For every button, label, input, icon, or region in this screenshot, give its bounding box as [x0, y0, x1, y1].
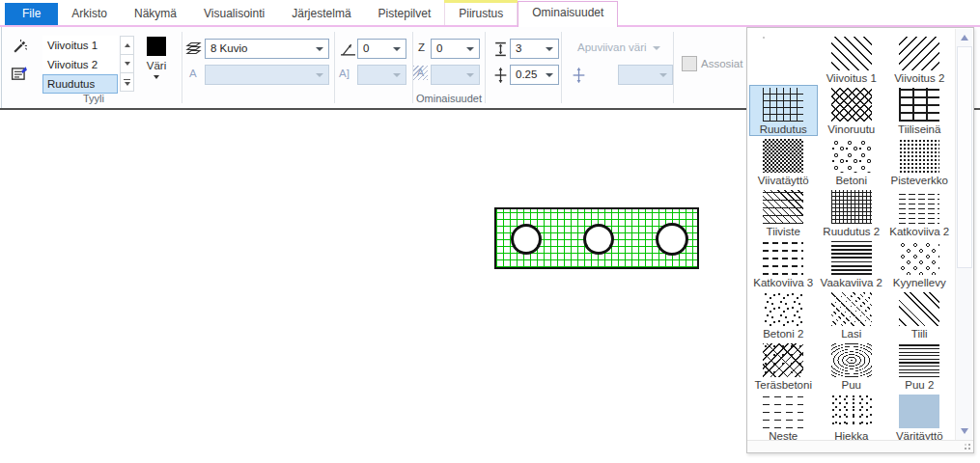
drawing-hole[interactable] [656, 223, 688, 256]
hatched-a-icon: A [413, 66, 428, 80]
tab-jarjestelma[interactable]: Järjestelmä [278, 3, 364, 25]
pattern-item-label: Betoni 2 [763, 328, 803, 340]
a-label: A [189, 68, 197, 79]
pattern-grid: Viivoitus 1Viivoitus 2RuudutusVinoruutuT… [749, 34, 954, 443]
tab-visualisointi[interactable]: Visualisointi [190, 3, 278, 25]
scroll-down-icon [961, 428, 968, 434]
tab-piirustus[interactable]: Piirustus [444, 3, 518, 25]
pattern-item-label: Tiili [911, 328, 928, 340]
pattern-item-label: Lasi [841, 328, 861, 340]
diag2-pattern-swatch-icon [899, 37, 939, 70]
pattern-item-neste[interactable]: Neste [749, 392, 818, 443]
pattern-item-blank[interactable] [749, 34, 818, 85]
scrollbar-up-button[interactable] [956, 30, 972, 45]
baseline-spacing-icon-disabled [568, 65, 589, 86]
color-swatch [147, 37, 166, 56]
vertical-spacing-icon [490, 39, 511, 60]
pattern-item-tiiliseina[interactable]: Tiiliseinä [885, 85, 954, 136]
spacing-combo[interactable]: 3 [510, 39, 559, 59]
pattern-item-label: Viivoitus 2 [894, 72, 944, 84]
pattern-item-tiili[interactable]: Tiili [885, 289, 954, 340]
a-combo-disabled [205, 65, 329, 85]
pattern-item-betoni-2[interactable]: Betoni 2 [749, 289, 818, 340]
pattern-item-vaakaviiva-2[interactable]: Vaakaviiva 2 [818, 238, 886, 289]
magic-wand-button[interactable] [9, 36, 30, 57]
pattern-item-label: Teräsbetoni [755, 379, 812, 391]
line-width-combo[interactable]: 0.25 [510, 65, 559, 85]
associative-checkbox[interactable] [682, 56, 697, 71]
style-list: Viivoitus 1Viivoitus 2Ruudutus [42, 36, 118, 94]
pattern-item-katkoviiva-2[interactable]: Katkoviiva 2 [885, 187, 954, 238]
z-combo-value: 0 [436, 42, 442, 54]
tab-pistepilvet[interactable]: Pistepilvet [365, 3, 445, 25]
style-item-viivoitus-2[interactable]: Viivoitus 2 [42, 55, 118, 74]
style-item-viivoitus-1[interactable]: Viivoitus 1 [42, 36, 118, 55]
drawing-hole[interactable] [583, 224, 614, 255]
style-scroll-up-button[interactable] [120, 36, 134, 55]
tab-bar: FileArkistoNäkymäVisualisointiJärjestelm… [0, 0, 980, 27]
pattern-item-varitaytto[interactable]: Väritäyttö [885, 392, 954, 443]
wood2-pattern-swatch-icon [899, 343, 939, 377]
style-item-ruudutus[interactable]: Ruudutus [42, 74, 118, 94]
style-gallery-more-button[interactable] [120, 73, 134, 92]
pattern-item-tiiviste[interactable]: Tiiviste [749, 187, 818, 238]
style-scroll-down-button[interactable] [120, 55, 134, 73]
pattern-item-pisteverkko[interactable]: Pisteverkko [885, 136, 954, 187]
teardrop-pattern-swatch-icon [899, 241, 939, 275]
pattern-item-katkoviiva-3[interactable]: Katkoviiva 3 [749, 238, 818, 289]
pattern-item-label: Viivoitus 1 [826, 72, 877, 84]
associative-checkbox-label: Assosiat [701, 58, 742, 69]
scrollbar-down-button[interactable] [956, 423, 972, 439]
drawing-hole[interactable] [511, 224, 542, 255]
dash2-pattern-swatch-icon [899, 190, 939, 224]
hatch-pattern-panel: Viivoitus 1Viivoitus 2RuudutusVinoruutuT… [746, 27, 974, 453]
pattern-item-viivoitus-2[interactable]: Viivoitus 2 [885, 34, 954, 85]
drawing-hatched-plate[interactable] [494, 207, 699, 269]
resize-grip[interactable] [968, 448, 970, 449]
pattern-item-label: Vinoruutu [827, 123, 875, 135]
tab-nakyma[interactable]: Näkymä [121, 3, 190, 25]
z-combo[interactable]: 0 [431, 39, 480, 59]
pattern-item-lasi[interactable]: Lasi [818, 289, 886, 340]
tab-arkisto[interactable]: Arkisto [58, 3, 121, 25]
pattern-item-label: Katkoviiva 3 [753, 277, 813, 288]
pattern-item-hiekka[interactable]: Hiekka [818, 392, 886, 443]
pattern-combo[interactable]: 8 Kuvio [205, 39, 329, 59]
tab-ominaisuudet[interactable]: Ominaisuudet [518, 1, 618, 27]
pattern-item-vinoruutu[interactable]: Vinoruutu [818, 85, 886, 136]
pattern-layers-icon [183, 38, 205, 59]
application-window: FileArkistoNäkymäVisualisointiJärjestelm… [0, 0, 980, 463]
rebar-pattern-swatch-icon [763, 343, 803, 377]
pattern-item-viivoitus-1[interactable]: Viivoitus 1 [818, 34, 886, 85]
none-pattern-swatch-icon [763, 37, 803, 71]
guide-color-dropdown[interactable]: Apuviivan väri [577, 41, 660, 53]
dotgrid-pattern-swatch-icon [899, 139, 939, 173]
pattern-item-label: Ruudutus [760, 123, 807, 135]
color-button[interactable]: Väri [137, 35, 176, 93]
pattern-item-puu-2[interactable]: Puu 2 [885, 340, 954, 392]
pattern-item-label: Puu [842, 379, 861, 391]
group-separator [182, 32, 182, 103]
pattern-item-label: Kyynellevy [893, 277, 946, 288]
pattern-item-ruudutus[interactable]: Ruudutus [749, 85, 818, 136]
hatch-a-combo-disabled [431, 65, 480, 85]
pattern-item-label: Vaakaviiva 2 [821, 277, 882, 288]
spacing-combo-value: 3 [516, 42, 521, 54]
edit-properties-button[interactable] [9, 63, 30, 84]
scrollbar-thumb[interactable] [957, 46, 972, 268]
pattern-item-ruudutus-2[interactable]: Ruudutus 2 [818, 187, 886, 238]
pattern-item-viivataytto[interactable]: Viivatäyttö [749, 136, 818, 187]
tab-file[interactable]: File [5, 3, 58, 25]
pattern-item-puu[interactable]: Puu [818, 340, 886, 392]
angle-combo[interactable]: 0 [357, 39, 406, 59]
pattern-item-betoni[interactable]: Betoni [818, 136, 886, 187]
group-label-ominaisuudet: Ominaisuudet [183, 93, 714, 104]
grid2-pattern-swatch-icon [831, 190, 872, 224]
pattern-item-terasbetoni[interactable]: Teräsbetoni [749, 340, 818, 392]
color-button-label: Väri [137, 60, 176, 71]
panel-scrollbar[interactable] [955, 29, 972, 440]
pattern-item-kyynellevy[interactable]: Kyynellevy [885, 238, 954, 289]
pattern-item-label: Viivatäyttö [758, 175, 809, 186]
solid-pattern-swatch-icon [899, 395, 939, 428]
a-bracket-label: A] [339, 68, 350, 79]
